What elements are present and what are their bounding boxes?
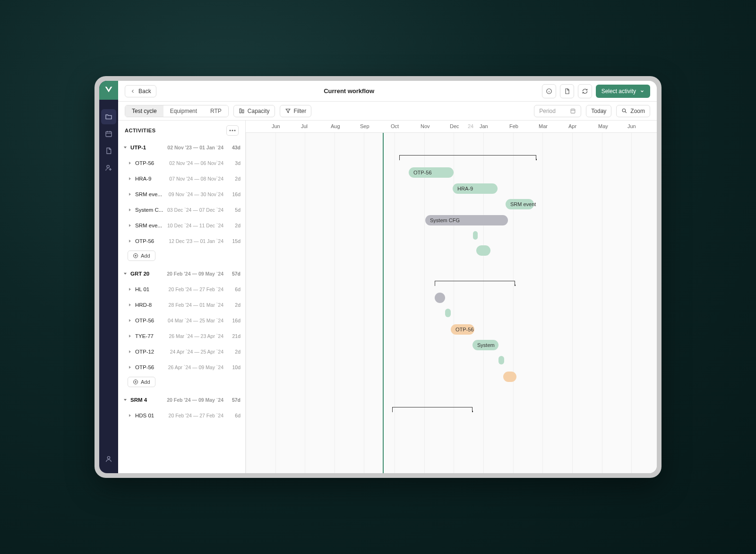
gantt-bar[interactable]: System CFG <box>425 215 508 225</box>
activity-name: TYE-77 <box>135 333 164 339</box>
document-button[interactable] <box>560 84 574 98</box>
svg-rect-5 <box>240 109 241 113</box>
gridline <box>395 133 395 473</box>
refresh-button[interactable] <box>578 84 592 98</box>
activity-duration: 6d <box>226 413 241 418</box>
activity-name: SRM eve... <box>135 191 164 197</box>
gantt-chart[interactable]: yJunJulAugSepOctNovDec24JanFebMarAprMayJ… <box>246 121 657 473</box>
gantt-bar[interactable] <box>476 245 490 256</box>
group-duration: 57d <box>226 271 241 277</box>
activity-dates: 20 Feb '24 — 27 Feb `24 <box>167 286 223 292</box>
svg-rect-0 <box>106 131 112 137</box>
activity-row[interactable]: HL 0120 Feb '24 — 27 Feb `246d <box>118 281 245 297</box>
add-activity-button[interactable]: Add <box>128 251 155 261</box>
activity-name: SRM eve... <box>135 223 164 228</box>
nav-user-settings[interactable] <box>101 160 116 175</box>
activity-row[interactable]: HRD-828 Feb '24 — 01 Mar `242d <box>118 297 245 312</box>
add-activity-button[interactable]: Add <box>128 377 155 387</box>
activity-row[interactable]: OTP-1224 Apr `24 — 25 Apr `242d <box>118 344 245 359</box>
gantt-bar[interactable]: OTP-56 <box>451 324 474 335</box>
activity-row[interactable]: HDS 0120 Feb '24 — 27 Feb `246d <box>118 407 245 423</box>
capacity-button[interactable]: Capacity <box>233 105 275 117</box>
gantt-bar[interactable]: System <box>472 340 498 350</box>
gantt-bar[interactable] <box>435 293 445 303</box>
activity-dates: 26 Apr `24 — 09 May `24 <box>167 364 223 370</box>
back-label: Back <box>138 88 151 95</box>
activity-row[interactable]: OTP-5602 Nov '24 — 06 Nov`243d <box>118 155 245 171</box>
nav-calendar[interactable] <box>101 126 116 141</box>
caret-down-icon <box>123 398 128 402</box>
activity-row[interactable]: OTP-5604 Mar `24 — 25 Mar `2416d <box>118 312 245 328</box>
activities-sidebar: ACTIVITIES UTP-102 Nov '23 — 01 Jan `244… <box>118 121 246 473</box>
caret-right-icon <box>128 223 132 228</box>
group-row[interactable]: GRT 2020 Feb '24 — 09 May `2457d <box>118 266 245 281</box>
gantt-bar[interactable]: SRM event <box>506 199 534 209</box>
capacity-icon <box>239 108 245 114</box>
nav-folder[interactable] <box>101 109 116 124</box>
activity-row[interactable]: System C...03 Dec `24 — 07 Dec `245d <box>118 202 245 217</box>
gantt-bar[interactable] <box>473 231 478 240</box>
activity-row[interactable]: SRM eve...09 Nov `24 — 30 Nov`2416d <box>118 186 245 202</box>
period-picker[interactable]: Period <box>534 105 581 117</box>
nav-rail <box>99 81 118 473</box>
tab-test-cycle[interactable]: Test cycle <box>125 105 163 117</box>
gridline <box>275 133 276 473</box>
info-button[interactable] <box>542 84 556 98</box>
nav-profile[interactable] <box>101 451 116 467</box>
group-row[interactable]: UTP-102 Nov '23 — 01 Jan `2443d <box>118 139 245 155</box>
gantt-bar[interactable] <box>498 356 504 364</box>
svg-point-1 <box>107 165 109 168</box>
gridline <box>542 133 543 473</box>
group-row[interactable]: SRM 420 Feb '24 — 09 May `2457d <box>118 392 245 407</box>
today-line <box>383 133 384 473</box>
filter-button[interactable]: Filter <box>280 105 312 117</box>
month-label: Nov <box>421 121 430 129</box>
gantt-bar[interactable]: HRA-9 <box>453 183 498 194</box>
activity-duration: 5d <box>226 207 241 213</box>
activity-row[interactable]: SRM eve...10 Dec `24 — 11 Dec `242d <box>118 217 245 233</box>
group-name: SRM 4 <box>130 397 160 403</box>
activity-row[interactable]: HRA-907 Nov '24 — 08 Nov`242d <box>118 171 245 186</box>
caret-right-icon <box>128 287 132 292</box>
tab-equipment[interactable]: Equipment <box>163 105 204 117</box>
activity-duration: 15d <box>226 238 241 244</box>
gantt-bar[interactable]: OTP-56 <box>409 167 454 178</box>
activity-duration: 2d <box>226 223 241 228</box>
activity-dates: 10 Dec `24 — 11 Dec `24 <box>167 223 223 228</box>
nav-document[interactable] <box>101 143 116 158</box>
activity-dates: 02 Nov '24 — 06 Nov`24 <box>167 160 223 166</box>
activity-name: HRA-9 <box>135 176 164 182</box>
gantt-bar[interactable] <box>503 372 516 382</box>
caret-right-icon <box>128 365 132 370</box>
plus-icon <box>133 379 138 385</box>
select-activity-button[interactable]: Select activity <box>596 85 650 98</box>
today-button[interactable]: Today <box>586 105 611 117</box>
month-label: May <box>598 121 608 129</box>
activity-dates: 24 Apr `24 — 25 Apr `24 <box>167 349 223 355</box>
activity-duration: 2d <box>226 176 241 182</box>
activity-name: OTP-56 <box>135 160 164 166</box>
sidebar-title: ACTIVITIES <box>125 128 156 133</box>
filter-icon <box>285 108 291 114</box>
activity-duration: 16d <box>226 318 241 323</box>
group-dates: 20 Feb '24 — 09 May `24 <box>163 271 223 277</box>
gantt-bar[interactable] <box>445 309 451 317</box>
caret-right-icon <box>128 413 132 418</box>
caret-right-icon <box>128 161 132 165</box>
gridline <box>513 133 514 473</box>
activity-row[interactable]: TYE-7726 Mar `24 — 23 Apr `2421d <box>118 328 245 344</box>
arrow-left-icon <box>130 88 136 94</box>
month-label: Sep <box>360 121 369 129</box>
svg-rect-7 <box>571 109 575 113</box>
month-label: Apr <box>568 121 576 129</box>
activity-row[interactable]: OTP-5626 Apr `24 — 09 May `2410d <box>118 359 245 375</box>
tab-rtp[interactable]: RTP <box>204 105 228 117</box>
activity-row[interactable]: OTP-5612 Dec '23 — 01 Jan `2415d <box>118 233 245 249</box>
month-label: Jun <box>627 121 636 129</box>
back-button[interactable]: Back <box>125 85 156 97</box>
group-bracket <box>399 155 536 159</box>
zoom-button[interactable]: Zoom <box>616 105 650 117</box>
activity-dates: 09 Nov `24 — 30 Nov`24 <box>167 191 223 197</box>
gridline <box>454 133 454 473</box>
more-button[interactable] <box>226 125 239 136</box>
